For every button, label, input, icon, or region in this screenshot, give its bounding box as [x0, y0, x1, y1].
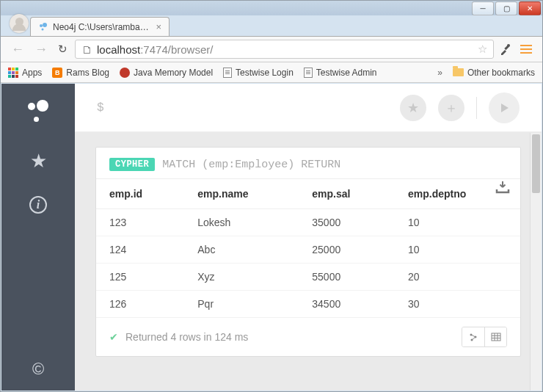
divider [476, 97, 477, 119]
copyright-icon[interactable]: © [32, 360, 44, 391]
close-button[interactable]: ✕ [519, 1, 541, 15]
table-cell: Lokesh [184, 209, 299, 236]
svg-point-4 [507, 44, 510, 47]
bookmark-label: Java Memory Model [134, 68, 213, 78]
browser-toolbar: ← → ↻ 🗋 localhost:7474/browser/ ☆ [1, 36, 542, 62]
bookmark-item[interactable]: Testwise Admin [304, 68, 377, 78]
results-area: CYPHER MATCH (emp:Employee) RETURN emp.i… [75, 132, 542, 391]
view-toggle [462, 327, 507, 347]
table-cell: 125 [96, 264, 184, 291]
svg-point-0 [43, 23, 47, 27]
svg-rect-8 [492, 333, 500, 341]
forward-button[interactable]: → [32, 42, 51, 57]
query-editor[interactable]: $ ★ ＋ [75, 84, 542, 132]
favorite-query-button[interactable]: ★ [400, 95, 426, 121]
bookmark-label: Rams Blog [66, 68, 109, 78]
table-cell: 123 [96, 209, 184, 236]
apps-button[interactable]: Apps [8, 68, 42, 78]
blogger-icon: B [52, 68, 62, 78]
eyedropper-icon[interactable] [498, 42, 513, 57]
bookmarks-overflow[interactable]: » [437, 68, 442, 78]
table-cell: 124 [96, 236, 184, 264]
table-row: 123Lokesh3500010 [96, 209, 520, 236]
table-row: 125Xyz5500020 [96, 264, 520, 291]
info-icon[interactable]: i [29, 196, 47, 214]
add-query-button[interactable]: ＋ [438, 95, 464, 121]
browser-tab[interactable]: Neo4j C:\Users\rambabu.p × [30, 17, 170, 36]
table-cell: Xyz [184, 264, 299, 291]
window-titlebar: ─ ▢ ✕ [1, 1, 542, 15]
sidebar: ★ i © [1, 84, 75, 391]
tab-title: Neo4j C:\Users\rambabu.p [53, 22, 151, 32]
tab-strip: Neo4j C:\Users\rambabu.p × [1, 15, 542, 36]
status-text: Returned 4 rows in 124 ms [125, 331, 248, 343]
bookmark-item[interactable]: Java Memory Model [120, 68, 213, 78]
menu-button[interactable] [517, 42, 535, 57]
query-text: MATCH (emp:Employee) RETURN [162, 159, 340, 171]
bookmark-item[interactable]: BRams Blog [52, 68, 109, 78]
url-host: localhost [97, 43, 140, 56]
svg-point-1 [40, 24, 43, 27]
neo4j-favicon-icon [38, 22, 48, 32]
graph-view-button[interactable] [462, 327, 484, 346]
bookmark-star-icon[interactable]: ☆ [478, 43, 487, 56]
java-icon [120, 68, 130, 78]
tab-close-icon[interactable]: × [156, 21, 161, 32]
maximize-button[interactable]: ▢ [495, 1, 517, 15]
success-check-icon: ✔ [109, 331, 118, 343]
result-table: emp.id emp.name emp.sal emp.deptno 123Lo… [96, 178, 520, 318]
scrollbar[interactable] [530, 133, 542, 391]
column-header[interactable]: emp.name [184, 179, 299, 209]
table-cell: 34500 [299, 291, 395, 318]
download-icon[interactable] [495, 181, 510, 197]
page-icon [223, 68, 232, 78]
table-cell: 25000 [299, 236, 395, 264]
url-path: :7474/browser/ [140, 43, 213, 56]
table-cell: 30 [395, 291, 520, 318]
scrollbar-thumb[interactable] [532, 134, 540, 193]
bookmark-item[interactable]: Testwise Login [223, 68, 294, 78]
back-button[interactable]: ← [8, 42, 27, 57]
bookmark-label: Testwise Admin [316, 68, 377, 78]
folder-icon [453, 68, 464, 76]
table-cell: Abc [184, 236, 299, 264]
cypher-badge: CYPHER [109, 158, 155, 171]
table-cell: 10 [395, 209, 520, 236]
favorites-icon[interactable]: ★ [30, 150, 47, 173]
profile-avatar[interactable] [10, 14, 29, 33]
other-bookmarks[interactable]: Other bookmarks [453, 68, 535, 78]
table-row: 124Abc2500010 [96, 236, 520, 264]
table-cell: 55000 [299, 264, 395, 291]
other-bookmarks-label: Other bookmarks [467, 68, 535, 78]
table-view-button[interactable] [484, 327, 506, 346]
page-icon [304, 68, 313, 78]
minimize-button[interactable]: ─ [472, 1, 494, 15]
result-panel: CYPHER MATCH (emp:Employee) RETURN emp.i… [95, 147, 521, 357]
table-cell: 35000 [299, 209, 395, 236]
table-cell: Pqr [184, 291, 299, 318]
address-bar[interactable]: 🗋 localhost:7474/browser/ ☆ [75, 40, 494, 59]
apps-grid-icon [8, 68, 18, 78]
table-cell: 10 [395, 236, 520, 264]
editor-prompt: $ [97, 101, 104, 115]
reload-button[interactable]: ↻ [55, 43, 70, 56]
svg-point-2 [42, 28, 44, 30]
page-icon: 🗋 [81, 43, 92, 56]
table-cell: 20 [395, 264, 520, 291]
bookmarks-bar: Apps BRams Blog Java Memory Model Testwi… [1, 62, 542, 83]
table-row: 126Pqr3450030 [96, 291, 520, 318]
apps-label: Apps [22, 68, 42, 78]
run-query-button[interactable] [489, 92, 520, 123]
table-cell: 126 [96, 291, 184, 318]
bookmark-label: Testwise Login [236, 68, 294, 78]
neo4j-logo-icon[interactable] [23, 97, 53, 126]
column-header[interactable]: emp.id [96, 179, 184, 209]
column-header[interactable]: emp.sal [299, 179, 395, 209]
